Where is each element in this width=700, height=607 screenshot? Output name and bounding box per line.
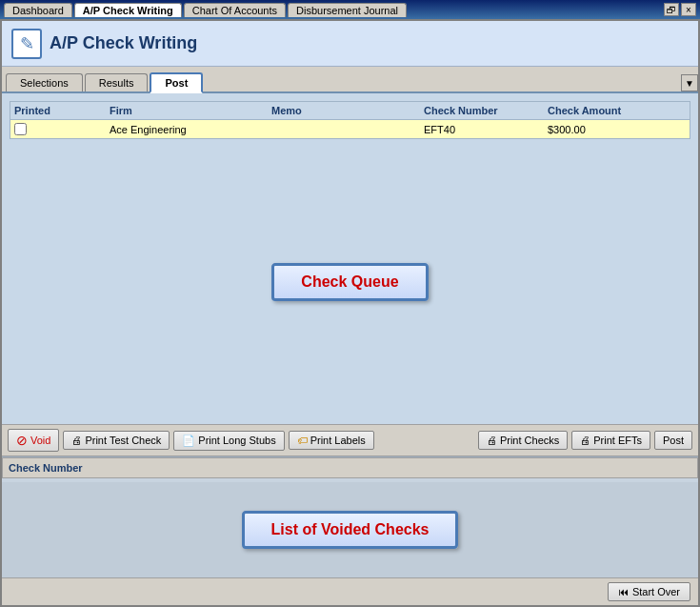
- print-test-icon: 🖨: [71, 435, 82, 446]
- bottom-toolbar: ⊘ Void 🖨 Print Test Check 📄 Print Long S…: [2, 424, 698, 456]
- tab-ap-check-writing[interactable]: A/P Check Writing: [74, 3, 182, 17]
- print-stubs-icon: 📄: [182, 435, 195, 447]
- check-writing-icon: ✎: [20, 33, 34, 54]
- title-bar-tabs: Dashboard A/P Check Writing Chart Of Acc…: [4, 3, 407, 17]
- col-memo: Memo: [271, 105, 424, 116]
- tab-disbursement-journal[interactable]: Disbursement Journal: [288, 3, 407, 17]
- tab-dashboard[interactable]: Dashboard: [4, 3, 72, 17]
- col-check-number: Check Number: [424, 105, 548, 116]
- start-over-button[interactable]: ⏮ Start Over: [608, 582, 690, 601]
- print-checks-button[interactable]: 🖨 Print Checks: [478, 431, 568, 450]
- print-efts-button[interactable]: 🖨 Print EFTs: [571, 431, 650, 450]
- check-queue-button[interactable]: Check Queue: [271, 263, 428, 301]
- title-bar-controls: 🗗 ×: [664, 3, 696, 16]
- voided-checks-area: List of Voided Checks: [2, 482, 698, 577]
- col-firm: Firm: [110, 105, 271, 116]
- post-button[interactable]: Post: [654, 431, 692, 450]
- tab-chart-of-accounts[interactable]: Chart Of Accounts: [184, 3, 286, 17]
- print-test-check-button[interactable]: 🖨 Print Test Check: [63, 431, 170, 450]
- tabs-dropdown[interactable]: ▼: [681, 74, 698, 91]
- printed-checkbox[interactable]: [14, 123, 27, 135]
- start-over-icon: ⏮: [618, 586, 629, 597]
- content-area: Printed Firm Memo Check Number Check Amo…: [2, 93, 698, 424]
- app-header: ✎ A/P Check Writing: [2, 21, 698, 67]
- check-number-section: Check Number: [2, 457, 698, 478]
- printer-efts-icon: 🖨: [580, 435, 590, 446]
- col-check-amount: Check Amount: [548, 105, 662, 116]
- void-button[interactable]: ⊘ Void: [8, 429, 59, 452]
- printed-cell[interactable]: [14, 123, 110, 135]
- app-icon: ✎: [11, 29, 42, 59]
- print-labels-icon: 🏷: [297, 435, 308, 446]
- print-labels-button[interactable]: 🏷 Print Labels: [289, 431, 374, 450]
- check-queue-area: Check Queue: [10, 147, 690, 416]
- check-amount-cell: $300.00: [548, 124, 662, 135]
- sub-tabs: Selections Results Post ▼: [2, 67, 698, 93]
- main-window: ✎ A/P Check Writing Selections Results P…: [0, 19, 700, 607]
- restore-button[interactable]: 🗗: [664, 3, 679, 16]
- void-icon: ⊘: [16, 433, 28, 448]
- tab-results[interactable]: Results: [85, 73, 149, 91]
- tab-selections[interactable]: Selections: [6, 73, 83, 91]
- table-header: Printed Firm Memo Check Number Check Amo…: [10, 102, 690, 120]
- title-bar: Dashboard A/P Check Writing Chart Of Acc…: [0, 0, 700, 19]
- printer-checks-icon: 🖨: [487, 435, 497, 446]
- firm-cell: Ace Engineering: [110, 124, 271, 135]
- print-long-stubs-button[interactable]: 📄 Print Long Stubs: [173, 431, 284, 451]
- list-of-voided-checks-button[interactable]: List of Voided Checks: [242, 511, 459, 549]
- start-over-bar: ⏮ Start Over: [2, 577, 698, 605]
- page-title: A/P Check Writing: [50, 33, 197, 53]
- tab-post[interactable]: Post: [150, 72, 203, 93]
- col-printed: Printed: [14, 105, 110, 116]
- check-table: Printed Firm Memo Check Number Check Amo…: [10, 101, 690, 139]
- table-row: Ace Engineering EFT40 $300.00: [10, 120, 690, 138]
- close-button[interactable]: ×: [681, 3, 696, 16]
- bottom-section: Check Number List of Voided Checks ⏮ Sta…: [2, 456, 698, 605]
- check-number-cell: EFT40: [424, 124, 548, 135]
